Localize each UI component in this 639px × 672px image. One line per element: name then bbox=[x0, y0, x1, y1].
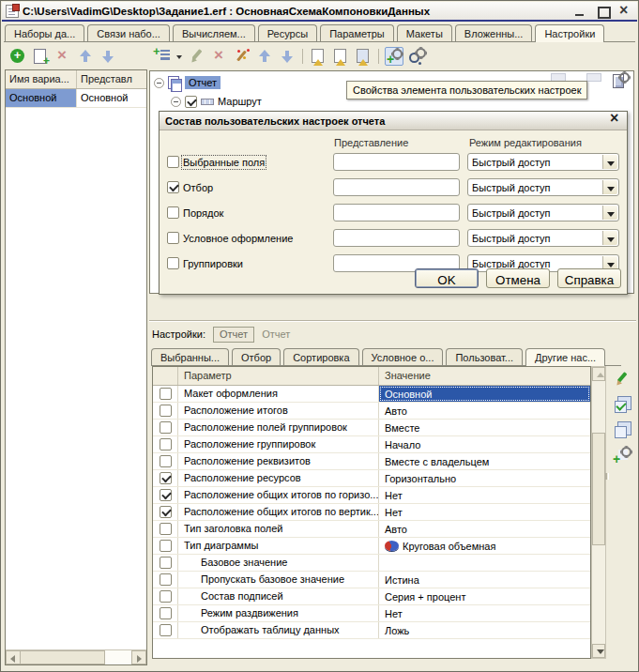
top-tab[interactable]: Макеты bbox=[397, 24, 452, 41]
value-cell[interactable]: Круговая объемная bbox=[379, 538, 590, 554]
table-row[interactable]: Расположение общих итогов по горизо... Н… bbox=[153, 487, 590, 504]
maximize-icon[interactable] bbox=[596, 6, 609, 17]
help-button[interactable]: Справка bbox=[557, 268, 621, 288]
value-column-header[interactable]: Значение bbox=[379, 367, 590, 385]
settings-tab[interactable]: Условное о... bbox=[362, 348, 444, 365]
scroll-right-button[interactable] bbox=[131, 650, 146, 664]
edit-mode-select[interactable]: Быстрый доступ bbox=[467, 153, 619, 171]
edit-icon[interactable] bbox=[188, 47, 206, 66]
param-cell[interactable]: Тип заголовка полей bbox=[178, 521, 379, 537]
row-checkbox[interactable] bbox=[160, 438, 172, 451]
find-settings-icon[interactable] bbox=[407, 47, 426, 66]
settings-tab[interactable]: Отбор bbox=[232, 348, 281, 365]
value-cell[interactable]: Серия + процент bbox=[379, 588, 590, 604]
uncheck-all-icon[interactable] bbox=[613, 420, 631, 439]
table-row[interactable]: Расположение полей группировок Вместе bbox=[153, 420, 590, 436]
collapse-icon[interactable] bbox=[154, 78, 164, 88]
param-cell[interactable]: Базовое значение bbox=[178, 555, 379, 571]
table-row[interactable]: Расположение реквизитов Вместе с владель… bbox=[153, 453, 590, 470]
table-row[interactable]: Базовое значение bbox=[153, 555, 590, 572]
top-tab[interactable]: Вложенны... bbox=[455, 24, 533, 41]
open-doc-icon[interactable] bbox=[309, 47, 327, 66]
row-checkbox[interactable] bbox=[167, 232, 179, 244]
table-row[interactable]: Состав подписей Серия + процент bbox=[153, 588, 590, 605]
table-row[interactable]: Расположение итогов Авто bbox=[153, 403, 590, 420]
chevron-down-icon[interactable] bbox=[602, 206, 617, 220]
splitter-grip[interactable] bbox=[605, 473, 609, 480]
param-cell[interactable]: Отображать таблицу данных bbox=[178, 622, 379, 638]
tree-node-label[interactable]: Маршрут bbox=[218, 96, 262, 107]
presentation-input[interactable] bbox=[333, 153, 460, 171]
value-cell[interactable]: Авто bbox=[379, 521, 590, 537]
row-checkbox[interactable] bbox=[160, 523, 172, 535]
row-checkbox[interactable] bbox=[160, 388, 172, 400]
variant-row[interactable]: Основной Основной bbox=[6, 89, 146, 108]
variant-presentation-cell[interactable]: Основной bbox=[77, 89, 146, 107]
table-row[interactable]: Макет оформления Основной bbox=[153, 386, 590, 403]
top-tab[interactable]: Связи набо... bbox=[87, 24, 170, 41]
props-icon[interactable] bbox=[611, 71, 630, 90]
scroll-up-button[interactable] bbox=[592, 367, 605, 381]
add-settings-icon[interactable] bbox=[385, 47, 403, 66]
table-row[interactable]: Расположение ресурсов Горизонтально bbox=[153, 470, 590, 487]
move-up-icon[interactable] bbox=[76, 47, 95, 66]
move-down-icon[interactable] bbox=[99, 47, 117, 66]
top-tab[interactable]: Ресурсы bbox=[258, 24, 317, 41]
param-column-header[interactable]: Параметр bbox=[178, 367, 379, 385]
row-checkbox[interactable] bbox=[160, 607, 172, 619]
add-icon[interactable] bbox=[8, 47, 27, 66]
cancel-button[interactable]: Отмена bbox=[486, 268, 550, 288]
value-cell[interactable] bbox=[379, 555, 590, 571]
delete-icon[interactable] bbox=[210, 47, 229, 66]
variant-name-cell[interactable]: Основной bbox=[6, 89, 77, 107]
param-cell[interactable]: Расположение группировок bbox=[178, 436, 379, 452]
row-checkbox[interactable] bbox=[167, 181, 179, 193]
value-cell[interactable]: Нет bbox=[379, 605, 590, 621]
value-cell[interactable]: Нет bbox=[379, 504, 590, 520]
ok-button[interactable]: OK bbox=[415, 268, 479, 288]
value-cell[interactable]: Авто bbox=[379, 403, 590, 419]
close-icon[interactable] bbox=[618, 6, 631, 17]
value-cell[interactable]: Истина bbox=[379, 572, 590, 588]
vertical-scrollbar[interactable] bbox=[591, 366, 606, 659]
row-checkbox[interactable] bbox=[160, 405, 172, 417]
top-tab[interactable]: Настройки bbox=[535, 24, 604, 42]
value-cell[interactable]: Вместе с владельцем bbox=[379, 453, 590, 469]
tree-node-route[interactable]: Маршрут bbox=[171, 94, 262, 109]
presentation-input[interactable] bbox=[333, 204, 460, 221]
row-checkbox[interactable] bbox=[160, 573, 172, 586]
close-icon[interactable] bbox=[608, 115, 621, 128]
param-cell[interactable]: Пропускать базовое значение bbox=[178, 572, 379, 588]
edit-mode-select[interactable]: Быстрый доступ bbox=[467, 229, 619, 247]
separator[interactable] bbox=[378, 49, 379, 64]
scroll-down-button[interactable] bbox=[592, 644, 605, 658]
add-gear-icon[interactable] bbox=[613, 446, 631, 465]
param-cell[interactable]: Расположение ресурсов bbox=[178, 470, 379, 486]
row-checkbox[interactable] bbox=[160, 472, 172, 484]
param-cell[interactable]: Режим раздвижения bbox=[178, 605, 379, 621]
column-header-variant-name[interactable]: Имя вариа... bbox=[6, 70, 77, 88]
param-cell[interactable]: Состав подписей bbox=[178, 588, 379, 604]
add-element-icon[interactable] bbox=[153, 47, 172, 66]
value-cell[interactable]: Вместе bbox=[379, 420, 590, 435]
row-checkbox[interactable] bbox=[160, 455, 172, 467]
add-copy-icon[interactable] bbox=[31, 47, 50, 66]
dropdown-caret-icon[interactable] bbox=[175, 47, 184, 66]
value-cell[interactable]: Основной bbox=[379, 386, 590, 402]
move-down-icon[interactable] bbox=[278, 47, 297, 66]
table-row[interactable]: Расположение группировок Начало bbox=[153, 436, 590, 453]
chevron-down-icon[interactable] bbox=[602, 180, 617, 194]
presentation-input[interactable] bbox=[333, 229, 460, 247]
param-cell[interactable]: Расположение полей группировок bbox=[178, 420, 379, 435]
top-tab[interactable]: Вычисляем... bbox=[173, 24, 255, 41]
row-checkbox[interactable] bbox=[160, 540, 172, 552]
table-row[interactable]: Тип диаграммы Круговая объемная bbox=[153, 538, 590, 555]
value-cell[interactable]: Горизонтально bbox=[379, 470, 590, 486]
check-all-icon[interactable] bbox=[613, 395, 631, 414]
row-checkbox[interactable] bbox=[160, 506, 172, 518]
row-checkbox[interactable] bbox=[160, 421, 172, 434]
table-row[interactable]: Отображать таблицу данных Ложь bbox=[153, 622, 590, 639]
table-row[interactable]: Расположение общих итогов по вертик... Н… bbox=[153, 504, 590, 521]
param-cell[interactable]: Макет оформления bbox=[178, 386, 379, 402]
row-checkbox[interactable] bbox=[160, 489, 172, 501]
